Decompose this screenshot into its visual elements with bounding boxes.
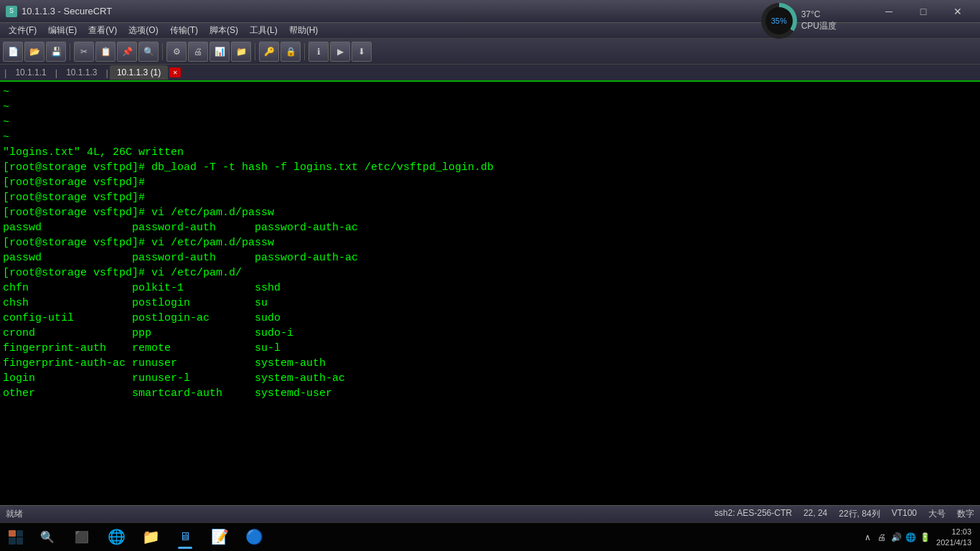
taskbar-securecrt[interactable]: 🖥 [169,524,201,550]
status-size: 大号 [928,508,946,520]
taskbar-right: ∧ 🖨 🔊 🌐 🔋 12:03 2021/4/13 [862,527,977,547]
taskbar-left: 🔍 ⬛ 🌐 📁 🖥 📝 🔵 [3,524,270,550]
tab-3-active[interactable]: 10.1.1.3 (1) [110,65,168,80]
menu-options[interactable]: 选项(O) [123,23,164,38]
toolbar-btn-10[interactable]: 📊 [209,42,230,62]
tray-network[interactable]: 🌐 [905,532,916,543]
toolbar-btn-14[interactable]: ℹ [308,42,329,62]
status-ready: 就绪 [6,508,23,520]
taskbar-chrome[interactable]: 🔵 [238,524,270,550]
status-term: VT100 [892,508,917,520]
cpu-circle: 35% [761,3,797,39]
toolbar-btn-11[interactable]: 📁 [231,42,251,62]
status-lines: 22行, 84列 [839,508,880,520]
toolbar-btn-7[interactable]: 🔍 [138,42,159,62]
status-bar: 就绪 ssh2: AES-256-CTR 22, 24 22行, 84列 VT1… [0,505,980,522]
toolbar-btn-3[interactable]: 💾 [46,42,66,62]
toolbar-btn-4[interactable]: ✂ [74,42,94,62]
menu-view[interactable]: 查看(V) [83,23,123,38]
status-crypto: ssh2: AES-256-CTR [715,508,792,520]
title-bar-left: S 10.1.1.3 - SecureCRT [6,6,112,17]
toolbar-btn-12[interactable]: 🔑 [259,42,279,62]
toolbar-btn-1[interactable]: 📄 [3,42,23,62]
tab-sep-2: | [54,67,59,78]
menu-tools[interactable]: 工具(L) [244,23,283,38]
cpu-widget: 35% 37°C CPU温度 [761,3,837,39]
window-controls: ─ □ ✕ [872,0,974,23]
tab-bar: | 10.1.1.1 | 10.1.1.3 | 10.1.1.3 (1) ✕ [0,65,980,82]
app-icon: S [6,6,17,17]
toolbar-btn-9[interactable]: 🖨 [188,42,208,62]
taskbar-word[interactable]: 📝 [204,524,235,550]
maximize-button[interactable]: □ [907,0,940,23]
toolbar-btn-2[interactable]: 📂 [24,42,44,62]
toolbar-btn-6[interactable]: 📌 [117,42,137,62]
taskbar: 🔍 ⬛ 🌐 📁 🖥 📝 🔵 ∧ 🖨 🔊 🌐 🔋 12:03 2021/4/13 [0,522,980,551]
menu-transfer[interactable]: 传输(T) [164,23,204,38]
toolbar-sep-2 [162,43,163,60]
taskbar-explorer[interactable]: 📁 [135,524,166,550]
tray-print[interactable]: 🖨 [876,532,887,543]
toolbar-sep-1 [70,43,70,60]
title-bar: S 10.1.1.3 - SecureCRT 35% 37°C CPU温度 ─ … [0,0,980,23]
tray-battery[interactable]: 🔋 [919,532,930,543]
tab-sep-3: | [105,67,110,78]
system-clock[interactable]: 12:03 2021/4/13 [936,527,971,547]
toolbar-sep-4 [304,43,305,60]
toolbar-btn-16[interactable]: ⬇ [352,42,372,62]
taskbar-edge[interactable]: 🌐 [100,524,132,550]
toolbar: 📄 📂 💾 ✂ 📋 📌 🔍 ⚙ 🖨 📊 📁 🔑 🔒 ℹ ▶ ⬇ [0,39,980,65]
menu-script[interactable]: 脚本(S) [204,23,244,38]
menu-help[interactable]: 帮助(H) [283,23,324,38]
toolbar-btn-15[interactable]: ▶ [330,42,350,62]
close-button[interactable]: ✕ [941,0,974,23]
tab-close-button[interactable]: ✕ [169,67,181,77]
terminal-output[interactable]: ~ ~ ~ ~ "logins.txt" 4L, 26C written [ro… [0,82,980,505]
taskbar-taskview[interactable]: ⬛ [66,524,98,550]
system-tray: ∧ 🖨 🔊 🌐 🔋 [862,532,930,543]
taskbar-search[interactable]: 🔍 [32,524,63,550]
status-row: 22, 24 [804,508,827,520]
status-right: ssh2: AES-256-CTR 22, 24 22行, 84列 VT100 … [715,508,974,520]
toolbar-sep-3 [255,43,255,60]
status-charset: 数字 [957,508,974,520]
window-title: 10.1.1.3 - SecureCRT [22,6,112,17]
toolbar-btn-5[interactable]: 📋 [95,42,116,62]
menu-edit[interactable]: 编辑(E) [42,23,83,38]
toolbar-btn-8[interactable]: ⚙ [166,42,187,62]
tab-1[interactable]: 10.1.1.1 [8,65,53,80]
menu-file[interactable]: 文件(F) [3,23,42,38]
tab-sep-1: | [3,67,8,78]
tab-2[interactable]: 10.1.1.3 [59,65,104,80]
toolbar-btn-13[interactable]: 🔒 [281,42,301,62]
cpu-percent: 35% [765,7,793,34]
minimize-button[interactable]: ─ [872,0,905,23]
tray-chevron[interactable]: ∧ [862,532,873,543]
windows-logo [9,530,23,545]
tray-speaker[interactable]: 🔊 [890,532,902,543]
start-button[interactable] [3,524,29,550]
cpu-temp-info: 37°C CPU温度 [801,9,837,32]
